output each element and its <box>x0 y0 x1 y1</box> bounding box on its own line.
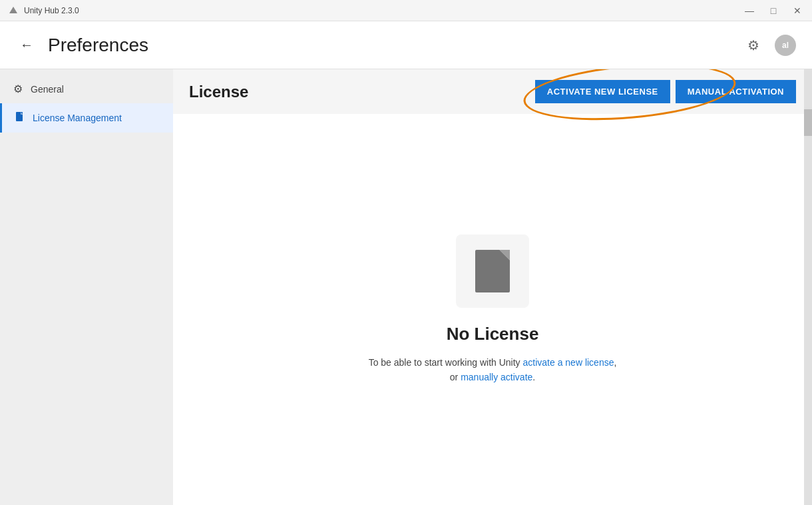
manually-activate-link[interactable]: manually activate <box>461 372 532 382</box>
no-license-icon-wrapper <box>456 235 529 308</box>
content-body: No License To be able to start working w… <box>173 114 812 505</box>
titlebar-controls: — □ ✕ <box>743 4 804 17</box>
scrollbar[interactable] <box>804 69 812 505</box>
header-right: ⚙ al <box>743 35 796 56</box>
close-button[interactable]: ✕ <box>791 4 804 17</box>
manual-activation-button[interactable]: MANUAL ACTIVATION <box>676 80 796 103</box>
content-area: License ACTIVATE NEW LICENSE MANUAL ACTI… <box>173 69 812 505</box>
no-license-desc-before: To be able to start working with Unity <box>369 357 523 368</box>
avatar[interactable]: al <box>775 35 796 56</box>
page-title: Preferences <box>48 35 148 56</box>
scrollbar-thumb[interactable] <box>804 109 812 136</box>
general-icon: ⚙ <box>13 83 23 95</box>
sidebar-item-general[interactable]: ⚙ General <box>0 75 173 103</box>
no-license-desc-after: . <box>532 372 535 382</box>
sidebar-item-license-label: License Management <box>33 113 122 123</box>
titlebar-app-name: Unity Hub 2.3.0 <box>24 6 79 15</box>
header: ← Preferences ⚙ al <box>0 21 812 69</box>
sidebar-item-license-management[interactable]: License Management <box>0 103 173 133</box>
unity-logo <box>8 5 19 16</box>
sidebar-item-general-label: General <box>31 84 64 95</box>
titlebar: Unity Hub 2.3.0 — □ ✕ <box>0 0 812 21</box>
license-icon <box>15 111 25 125</box>
svg-marker-0 <box>9 7 17 13</box>
no-license-description: To be able to start working with Unity a… <box>369 355 617 385</box>
back-button[interactable]: ← <box>16 35 37 56</box>
no-license-title: No License <box>447 324 539 344</box>
settings-icon[interactable]: ⚙ <box>743 35 764 56</box>
titlebar-left: Unity Hub 2.3.0 <box>8 5 79 16</box>
content-actions: ACTIVATE NEW LICENSE MANUAL ACTIVATION <box>535 80 796 103</box>
no-license-panel: No License To be able to start working w… <box>342 208 644 412</box>
sidebar: ⚙ General License Management <box>0 69 173 505</box>
minimize-button[interactable]: — <box>743 4 756 17</box>
activate-new-license-button[interactable]: ACTIVATE NEW LICENSE <box>535 80 670 103</box>
activate-new-license-link[interactable]: activate a new license <box>523 357 614 368</box>
document-icon <box>475 250 510 292</box>
maximize-button[interactable]: □ <box>767 4 780 17</box>
main-layout: ⚙ General License Management License ACT… <box>0 69 812 505</box>
header-left: ← Preferences <box>16 35 148 56</box>
content-header: License ACTIVATE NEW LICENSE MANUAL ACTI… <box>173 69 812 114</box>
content-title: License <box>189 83 248 101</box>
no-license-desc-middle: , <box>614 357 616 368</box>
no-license-desc-newline: or <box>450 372 461 382</box>
